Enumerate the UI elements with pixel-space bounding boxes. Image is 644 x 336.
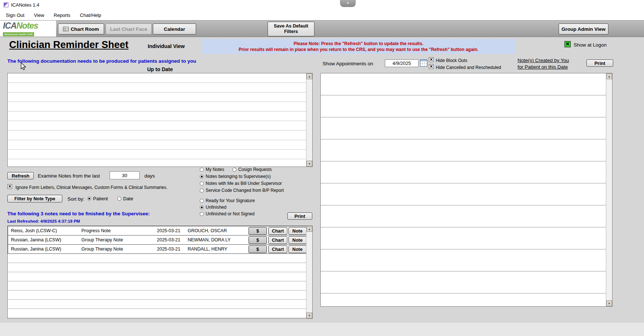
sort-date-radio[interactable]: Date bbox=[117, 196, 133, 201]
documentation-list-gridlines bbox=[8, 73, 306, 167]
unfinished-radio[interactable]: Unfinished bbox=[200, 205, 227, 210]
row-note-type: Progress Note bbox=[81, 228, 111, 233]
unfinished-not-signed-label: Unfinished or Not Signed bbox=[206, 211, 254, 216]
menu-view[interactable]: View bbox=[32, 12, 47, 19]
scroll-up-icon[interactable]: ▲ bbox=[306, 73, 312, 79]
examine-days-input[interactable] bbox=[110, 171, 140, 179]
unfinished-label: Unfinished bbox=[206, 205, 227, 210]
ignore-forms-label: Ignore Form Letters, Clinical Messages, … bbox=[15, 185, 168, 190]
radio-icon bbox=[232, 168, 236, 172]
calendar-label: Calendar bbox=[164, 26, 185, 32]
radio-icon bbox=[200, 199, 204, 203]
calendar-button[interactable]: Calendar bbox=[153, 23, 196, 34]
chart-room-label: Chart Room bbox=[71, 26, 99, 32]
notes-supervisees-radio[interactable]: Notes belonging to Supervisee(s) bbox=[200, 174, 271, 179]
appointment-date-input[interactable] bbox=[385, 59, 419, 67]
mouse-cursor bbox=[21, 62, 26, 70]
window-footer bbox=[0, 323, 644, 336]
calendar-picker-icon[interactable] bbox=[420, 59, 427, 67]
documentation-listbox[interactable]: ▲ ▼ bbox=[7, 73, 313, 167]
save-filters-label-line2: Filters bbox=[284, 29, 298, 34]
icanotes-window: ICANotes 1.4 ▼ Sign Out View Reports Cha… bbox=[0, 0, 644, 336]
documentation-list-scrollbar[interactable]: ▲ ▼ bbox=[306, 73, 312, 167]
chart-button[interactable]: Chart bbox=[268, 245, 287, 253]
notes-created-link-line2[interactable]: for Patient on this Date bbox=[518, 64, 568, 70]
table-row[interactable]: Russian, Janina (LCSW) Group Therapy Not… bbox=[8, 235, 306, 245]
chart-button[interactable]: Chart bbox=[268, 227, 287, 235]
ignore-forms-checkbox[interactable] bbox=[7, 184, 12, 189]
refresh-button[interactable]: Refresh bbox=[7, 172, 34, 179]
appointments-listbox[interactable]: ▲ ▼ bbox=[320, 73, 612, 307]
logo-text: ICANotes bbox=[3, 21, 56, 31]
my-notes-radio[interactable]: My Notes bbox=[200, 167, 224, 172]
bill-under-supervisor-label: Notes with Me as Bill Under Supervisor bbox=[206, 181, 282, 186]
menu-sign-out[interactable]: Sign Out bbox=[4, 12, 27, 19]
supervisee-notes-table[interactable]: Reiss, Josh (LCSW-C) Progress Note 2025-… bbox=[7, 226, 313, 319]
hide-cancelled-label: Hide Cancelled and Rescheduled bbox=[436, 65, 501, 70]
notes-table-scrollbar[interactable]: ▲ ▼ bbox=[306, 226, 312, 318]
toolbar: ICANotes Behavioral Health EHR Chart Roo… bbox=[0, 20, 644, 37]
ready-for-signature-radio[interactable]: Ready for Your Signature bbox=[200, 198, 255, 203]
note-button[interactable]: Note bbox=[288, 227, 306, 235]
row-patient: RANDALL, HENRY bbox=[188, 246, 227, 252]
menu-chat-help[interactable]: Chat/Help bbox=[78, 12, 103, 19]
examine-days-suffix: days bbox=[144, 173, 155, 179]
scroll-down-icon[interactable]: ▼ bbox=[606, 300, 612, 306]
refresh-button-label: Refresh bbox=[12, 173, 29, 179]
menu-reports[interactable]: Reports bbox=[52, 12, 73, 19]
unfinished-not-signed-radio[interactable]: Unfinished or Not Signed bbox=[200, 211, 254, 216]
save-filters-label-line1: Save As Default bbox=[274, 23, 308, 29]
chart-button[interactable]: Chart bbox=[268, 236, 287, 244]
notes-table-gridlines bbox=[8, 254, 306, 319]
billing-button[interactable]: $ bbox=[249, 245, 267, 253]
billing-button[interactable]: $ bbox=[249, 236, 267, 244]
notes-created-link-line1[interactable]: Note(s) Created by You bbox=[518, 58, 569, 63]
row-patient: GROUCH, OSCAR bbox=[188, 228, 227, 233]
menu-bar: Sign Out View Reports Chat/Help bbox=[0, 10, 644, 20]
note-button[interactable]: Note bbox=[288, 236, 306, 244]
appointments-list-scrollbar[interactable]: ▲ ▼ bbox=[606, 73, 612, 306]
chart-room-button[interactable]: Chart Room bbox=[58, 23, 104, 34]
save-as-default-filters-button[interactable]: Save As Default Filters bbox=[268, 22, 314, 36]
row-date: 2025-03-21 bbox=[157, 228, 180, 233]
billing-button[interactable]: $ bbox=[249, 227, 267, 235]
view-mode-label: Individual View bbox=[148, 43, 185, 49]
scroll-up-icon[interactable]: ▲ bbox=[306, 226, 312, 232]
hide-block-outs-checkbox[interactable] bbox=[429, 57, 434, 62]
service-code-changed-label: Service Code Changed from B/P Report bbox=[206, 188, 284, 193]
table-row[interactable]: Reiss, Josh (LCSW-C) Progress Note 2025-… bbox=[8, 226, 306, 235]
group-admin-view-label: Group Admin View bbox=[562, 26, 606, 32]
radio-icon bbox=[200, 205, 204, 209]
row-patient: NEWMAN, DORA LY bbox=[188, 237, 231, 242]
row-clinician: Reiss, Josh (LCSW-C) bbox=[11, 228, 57, 233]
show-at-logon-label: Show at Logon bbox=[574, 42, 607, 48]
sort-date-label: Date bbox=[123, 196, 133, 201]
my-notes-label: My Notes bbox=[206, 167, 224, 172]
radio-icon bbox=[200, 175, 204, 179]
left-print-button[interactable]: Print bbox=[287, 212, 312, 220]
table-row[interactable]: Russian, Janina (LCSW) Group Therapy Not… bbox=[8, 244, 306, 254]
title-bar: ICANotes 1.4 bbox=[0, 0, 644, 10]
sort-patient-label: Patient bbox=[93, 196, 108, 201]
radio-icon bbox=[200, 212, 204, 216]
refresh-notice-line1: Please Note: Press the "Refresh" button … bbox=[294, 41, 423, 47]
sort-patient-radio[interactable]: Patient bbox=[87, 196, 108, 201]
collapse-tab-button[interactable]: ▼ bbox=[340, 0, 356, 7]
scroll-down-icon[interactable]: ▼ bbox=[306, 161, 312, 167]
left-print-label: Print bbox=[294, 213, 305, 219]
service-code-changed-radio[interactable]: Service Code Changed from B/P Report bbox=[200, 188, 284, 193]
filter-by-note-type-button[interactable]: Filter by Note Type bbox=[7, 195, 62, 202]
hide-cancelled-checkbox[interactable] bbox=[429, 64, 434, 69]
radio-icon bbox=[87, 197, 91, 201]
note-button[interactable]: Note bbox=[288, 245, 306, 253]
show-at-logon-checkbox[interactable] bbox=[564, 41, 571, 47]
cosign-requests-radio[interactable]: Cosign Requests bbox=[232, 167, 272, 172]
scroll-up-icon[interactable]: ▲ bbox=[606, 73, 612, 79]
refresh-notice-line2: Prior results will remain in place when … bbox=[239, 47, 478, 52]
scroll-down-icon[interactable]: ▼ bbox=[306, 313, 312, 318]
bill-under-supervisor-radio[interactable]: Notes with Me as Bill Under Supervisor bbox=[200, 181, 282, 186]
radio-icon bbox=[117, 197, 121, 201]
group-admin-view-button[interactable]: Group Admin View bbox=[559, 23, 608, 34]
right-print-button[interactable]: Print bbox=[586, 59, 613, 67]
supervisee-heading: The following 3 notes need to be finishe… bbox=[7, 211, 150, 216]
